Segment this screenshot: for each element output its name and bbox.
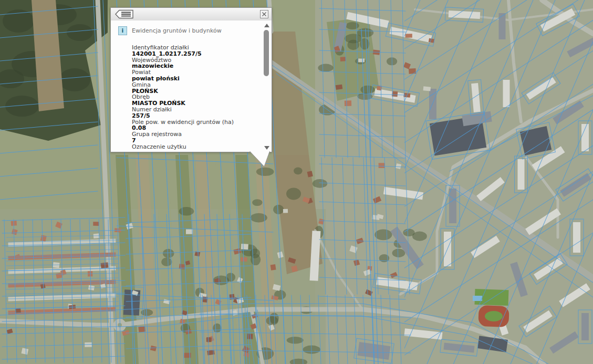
field-label: Grupa rejestrowa — [132, 131, 260, 138]
attribute-row: Gmina PŁOŃSK — [132, 82, 260, 95]
attribute-list: Identyfikator działki 142001_1.0217.257/… — [132, 45, 260, 152]
field-value: PŁOŃSK — [132, 88, 260, 95]
field-label: Gmina — [132, 82, 260, 88]
field-label: Numer działki — [132, 107, 260, 113]
attribute-row: Obręb MIASTO PŁOŃSK — [132, 94, 260, 107]
close-icon — [260, 10, 268, 18]
scrollbar-thumb[interactable] — [264, 30, 269, 76]
popup-title: Ewidencja gruntów i budynków — [132, 27, 222, 34]
popup-body: i Ewidencja gruntów i budynków Identyfik… — [111, 20, 272, 152]
attribute-row: Identyfikator działki 142001_1.0217.257/… — [132, 45, 260, 57]
field-label: Pole pow. w ewidencji gruntów (ha) — [132, 119, 260, 126]
info-icon: i — [118, 26, 127, 35]
popup-tail — [249, 151, 271, 168]
results-list-button[interactable] — [115, 9, 134, 19]
popup-header — [111, 8, 272, 21]
attribute-row: Powiat powiat płoński — [132, 69, 260, 82]
field-value: 142001_1.0217.257/5 — [132, 51, 260, 57]
attribute-row: Oznaczenie użytku — [132, 144, 260, 150]
map-canvas[interactable] — [0, 0, 593, 364]
attribute-row: Pole pow. w ewidencji gruntów (ha) 0.08 — [132, 119, 260, 132]
field-value: powiat płoński — [132, 76, 260, 82]
identify-popup: i Ewidencja gruntów i budynków Identyfik… — [110, 7, 272, 152]
attribute-row: Grupa rejestrowa 7 — [132, 131, 260, 144]
field-value: 257/5 — [132, 113, 260, 119]
popup-title-row: i Ewidencja gruntów i budynków — [118, 26, 260, 36]
scroll-down-arrow[interactable] — [264, 146, 269, 150]
field-value: 7 — [132, 138, 260, 144]
scroll-up-arrow[interactable] — [264, 24, 269, 27]
popup-scrollbar[interactable] — [263, 24, 270, 150]
attribute-row: Województwo mazowieckie — [132, 57, 260, 70]
field-value: mazowieckie — [132, 63, 260, 69]
list-arrow-icon — [115, 9, 134, 19]
close-button[interactable] — [260, 10, 268, 18]
map-viewport: i Ewidencja gruntów i budynków Identyfik… — [0, 0, 593, 364]
field-label: Oznaczenie użytku — [132, 144, 260, 150]
attribute-row: Numer działki 257/5 — [132, 107, 260, 119]
